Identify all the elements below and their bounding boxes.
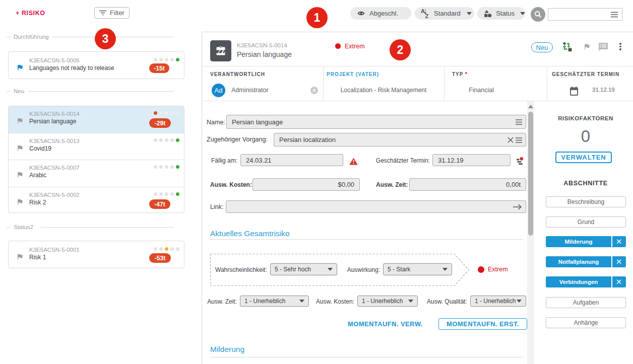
svg-text:A: A — [421, 8, 425, 14]
